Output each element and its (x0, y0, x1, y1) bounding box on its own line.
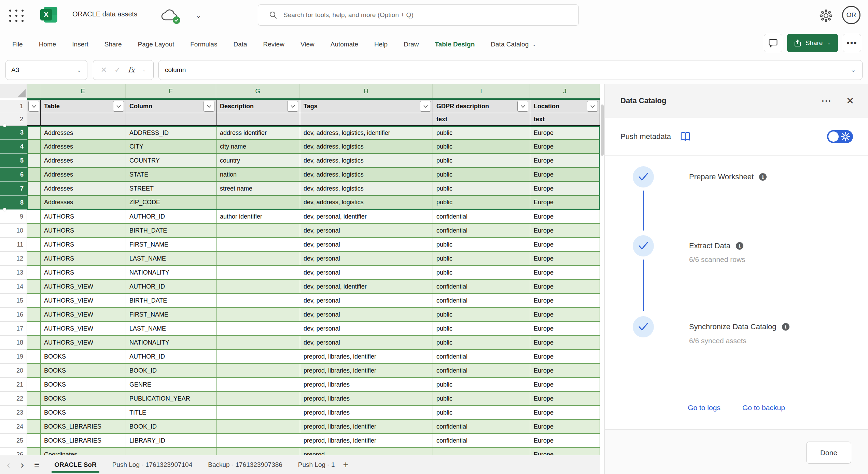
table-cell[interactable]: city name (216, 140, 300, 154)
table-cell[interactable]: STREET (126, 182, 216, 196)
row-header-23[interactable]: 23 (0, 406, 27, 420)
table-cell[interactable]: LIBRARY_ID (126, 434, 216, 448)
table-cell[interactable] (27, 434, 40, 448)
table-cell[interactable]: nation (216, 168, 300, 182)
table-cell[interactable]: public (433, 406, 530, 420)
type-cell-sliver[interactable] (27, 113, 40, 126)
table-cell[interactable]: confidential (433, 224, 530, 238)
table-cell[interactable] (216, 350, 300, 364)
table-cell[interactable]: public (433, 182, 530, 196)
row-header-12[interactable]: 12 (0, 252, 27, 266)
cancel-entry-icon[interactable]: ✕ (101, 66, 107, 74)
table-cell[interactable]: public (433, 308, 530, 322)
table-cell[interactable] (216, 308, 300, 322)
column-header-H[interactable]: H (300, 84, 433, 98)
table-cell[interactable] (27, 224, 40, 238)
table-cell[interactable]: Addresses (40, 154, 126, 168)
row-header-4[interactable]: 4 (0, 140, 27, 154)
panel-link-go-to-backup[interactable]: Go to backup (742, 404, 785, 412)
table-cell[interactable]: Europe (530, 336, 600, 350)
table-cell[interactable]: BOOKS (40, 406, 126, 420)
table-cell[interactable] (27, 364, 40, 378)
title-dropdown-chevron-icon[interactable]: ⌄ (195, 12, 201, 19)
filter-button[interactable] (517, 101, 528, 112)
table-cell[interactable]: Europe (530, 280, 600, 294)
table-cell[interactable] (27, 448, 40, 455)
table-cell[interactable]: BOOKS (40, 350, 126, 364)
info-icon[interactable]: i (782, 323, 789, 331)
row-header-9[interactable]: 9 (0, 210, 27, 224)
header-cell[interactable]: Description (216, 100, 300, 113)
table-cell[interactable]: confidential (433, 420, 530, 434)
table-cell[interactable]: BOOKS (40, 392, 126, 406)
table-cell[interactable]: Europe (530, 168, 600, 182)
table-cell[interactable] (216, 224, 300, 238)
table-cell[interactable]: preprod, libraries (300, 406, 433, 420)
table-cell[interactable]: FIRST_NAME (126, 308, 216, 322)
table-cell[interactable]: Europe (530, 238, 600, 252)
table-cell[interactable]: ADDRESS_ID (126, 126, 216, 140)
table-cell[interactable] (27, 266, 40, 280)
menu-item-file[interactable]: File (12, 41, 23, 48)
comments-button[interactable] (764, 34, 782, 52)
table-cell[interactable]: Europe (530, 196, 600, 210)
table-cell[interactable]: AUTHORS (40, 266, 126, 280)
table-cell[interactable] (27, 308, 40, 322)
table-cell[interactable]: author identifier (216, 210, 300, 224)
table-cell[interactable]: TITLE (126, 406, 216, 420)
type-cell[interactable] (216, 113, 300, 126)
table-cell[interactable]: public (433, 266, 530, 280)
table-cell[interactable]: preprod, libraries, identifier (300, 364, 433, 378)
table-cell[interactable]: confidential (433, 210, 530, 224)
document-title[interactable]: ORACLE data assets (72, 10, 137, 18)
account-avatar[interactable]: OR (842, 6, 860, 24)
table-cell[interactable]: confidential (433, 364, 530, 378)
selection-handle-top[interactable] (3, 124, 6, 127)
column-header-F[interactable]: F (126, 84, 216, 98)
table-cell[interactable] (216, 336, 300, 350)
table-cell[interactable] (27, 196, 40, 210)
table-cell[interactable]: preprod, libraries, identifier (300, 434, 433, 448)
menu-item-insert[interactable]: Insert (72, 41, 88, 48)
table-cell[interactable]: dev, personal, identifier (300, 280, 433, 294)
table-cell[interactable] (27, 350, 40, 364)
sheet-tab[interactable]: Backup - 1761323907386 (203, 455, 287, 474)
table-cell[interactable]: AUTHORS (40, 238, 126, 252)
menu-item-view[interactable]: View (300, 41, 314, 48)
row-header-10[interactable]: 10 (0, 224, 27, 238)
table-cell[interactable]: public (433, 336, 530, 350)
table-cell[interactable] (216, 364, 300, 378)
row-header-24[interactable]: 24 (0, 420, 27, 434)
table-cell[interactable]: AUTHORS_VIEW (40, 322, 126, 336)
confirm-entry-icon[interactable]: ✓ (114, 66, 121, 74)
sheet-tab[interactable]: Push Log - 1761323907104 (108, 455, 197, 474)
table-cell[interactable]: public (433, 378, 530, 392)
table-cell[interactable]: ZIP_CODE (126, 196, 216, 210)
table-cell[interactable] (27, 406, 40, 420)
menu-item-data[interactable]: Data (233, 41, 247, 48)
table-cell[interactable]: CITY (126, 140, 216, 154)
table-cell[interactable]: Europe (530, 266, 600, 280)
row-header-11[interactable]: 11 (0, 238, 27, 252)
table-cell[interactable]: Addresses (40, 140, 126, 154)
type-cell[interactable]: text (530, 113, 600, 126)
menu-item-share[interactable]: Share (104, 41, 122, 48)
table-cell[interactable]: dev, address, logistics, identifier (300, 126, 433, 140)
table-cell[interactable]: AUTHORS (40, 224, 126, 238)
name-box[interactable]: A3 ⌄ (5, 60, 87, 80)
vertical-scrollbar[interactable] (601, 104, 604, 156)
table-cell[interactable]: Addresses (40, 182, 126, 196)
table-cell[interactable]: Addresses (40, 196, 126, 210)
table-cell[interactable]: Europe (530, 350, 600, 364)
table-cell[interactable]: dev, personal (300, 336, 433, 350)
type-cell[interactable] (300, 113, 433, 126)
table-cell[interactable]: Europe (530, 182, 600, 196)
table-cell[interactable]: dev, personal (300, 266, 433, 280)
table-cell[interactable]: PUBLICATION_YEAR (126, 392, 216, 406)
table-cell[interactable] (216, 406, 300, 420)
table-cell[interactable]: public (433, 196, 530, 210)
app-launcher-waffle-icon[interactable] (9, 8, 24, 23)
search-input[interactable] (283, 11, 578, 19)
row-header-25[interactable]: 25 (0, 434, 27, 448)
row-header-21[interactable]: 21 (0, 378, 27, 392)
